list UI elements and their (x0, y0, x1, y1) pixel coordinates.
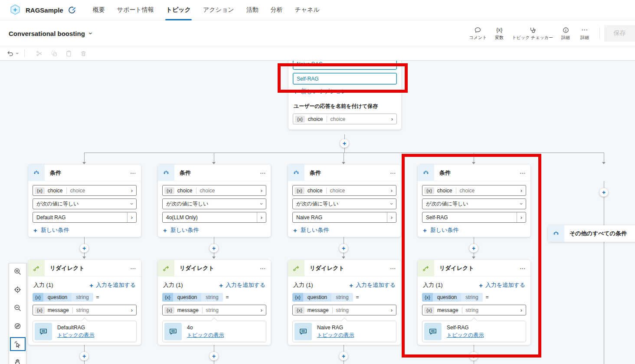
add-node-button[interactable]: + (339, 352, 348, 361)
view-topic-link[interactable]: トピックの表示 (447, 332, 484, 339)
target-topic-card[interactable]: 4o トピックの表示 (162, 321, 266, 342)
condition-value-field[interactable]: Self-RAG › (422, 212, 526, 223)
node-more-button[interactable]: ⋯ (520, 169, 526, 176)
undo-button[interactable] (5, 49, 15, 58)
condition-variable-field[interactable]: {x} choice choice › (33, 185, 137, 196)
node-more-button[interactable]: ⋯ (520, 265, 526, 272)
undo-chevron-icon[interactable]: › (14, 52, 20, 54)
chevron-right-icon: › (128, 305, 136, 315)
other-conditions-node[interactable]: その他のすべての条件 (548, 225, 635, 242)
connector-line (344, 153, 344, 162)
condition-variable-field[interactable]: {x} choice choice › (162, 185, 266, 196)
tab-overview[interactable]: 概要 (87, 0, 111, 20)
redirect-node[interactable]: リダイレクト ⋯ 入力 (1) + 入力を追加する {x} question s… (158, 260, 271, 345)
add-input-button[interactable]: + 入力を追加する (89, 281, 136, 289)
zoom-out-button[interactable] (13, 303, 23, 312)
cut-button[interactable] (34, 49, 44, 58)
operator-dropdown[interactable]: が次の値に等しい › (162, 198, 266, 209)
condition-value-field[interactable]: Naive RAG › (292, 212, 396, 223)
condition-node[interactable]: 条件 ⋯ {x} choice choice › が次の値に等しい › Naiv… (288, 165, 401, 237)
add-node-button[interactable]: + (340, 139, 349, 148)
add-node-button[interactable]: + (209, 352, 218, 361)
new-condition-button[interactable]: + 新しい条件 (33, 226, 137, 234)
tab-channels[interactable]: チャネル (289, 0, 326, 20)
variables-button[interactable]: {x} 変数 (490, 22, 509, 45)
chevron-down-icon: › (518, 203, 524, 205)
select-tool-button[interactable] (13, 340, 23, 348)
question-node[interactable]: Naive RAG Self-RAG + 新しいオプション ユーザーの応答を名前… (288, 61, 401, 130)
topic-checker-button[interactable]: トピック チェッカー (509, 22, 556, 45)
condition-variable-field[interactable]: {x} choice choice › (422, 185, 526, 196)
add-input-button[interactable]: + 入力を追加する (219, 281, 265, 289)
condition-node[interactable]: 条件 ⋯ {x} choice choice › が次の値に等しい › 4o(L… (158, 165, 271, 237)
message-variable-field[interactable]: {x} message string › (292, 305, 396, 315)
node-more-button[interactable]: ⋯ (260, 265, 266, 272)
message-variable-field[interactable]: {x} message string › (33, 305, 137, 315)
question-input-pill[interactable]: {x} question string = (292, 293, 396, 302)
redirect-node[interactable]: リダイレクト ⋯ 入力 (1) + 入力を追加する {x} question s… (28, 260, 141, 345)
condition-node[interactable]: 条件 ⋯ {x} choice choice › が次の値に等しい › Self… (418, 165, 530, 237)
message-variable-field[interactable]: {x} message string › (422, 305, 526, 315)
add-input-button[interactable]: + 入力を追加する (479, 281, 525, 289)
node-more-button[interactable]: ⋯ (130, 265, 137, 272)
new-condition-button[interactable]: + 新しい条件 (293, 226, 396, 234)
add-node-button[interactable]: + (339, 244, 348, 253)
question-input-pill[interactable]: {x} question string = (162, 293, 266, 302)
compass-icon[interactable] (13, 322, 23, 330)
new-condition-button[interactable]: + 新しい条件 (423, 226, 526, 234)
redirect-node[interactable]: リダイレクト ⋯ 入力 (1) + 入力を追加する {x} question s… (418, 260, 530, 345)
option-input-self-rag[interactable]: Self-RAG (293, 73, 397, 84)
node-more-button[interactable]: ⋯ (260, 169, 266, 176)
view-topic-link[interactable]: トピックの表示 (187, 332, 224, 339)
view-topic-link[interactable]: トピックの表示 (57, 332, 94, 339)
authoring-canvas[interactable]: Naive RAG Self-RAG + 新しいオプション ユーザーの応答を名前… (0, 61, 635, 364)
target-topic-card[interactable]: DefaultRAG トピックの表示 (33, 321, 137, 342)
question-input-pill[interactable]: {x} question string = (422, 293, 526, 302)
choice-variable-field[interactable]: {x} choice choice › (293, 114, 397, 124)
redirect-node[interactable]: リダイレクト ⋯ 入力 (1) + 入力を追加する {x} question s… (288, 260, 401, 345)
new-condition-button[interactable]: + 新しい条件 (163, 226, 266, 234)
comment-button[interactable]: コメント (466, 22, 490, 45)
question-input-pill[interactable]: {x} question string = (33, 293, 137, 302)
tab-actions[interactable]: アクション (197, 0, 240, 20)
target-topic-card[interactable]: Naive RAG トピックの表示 (292, 321, 396, 342)
pan-hand-button[interactable] (13, 358, 23, 364)
new-option-button[interactable]: + 新しいオプション (294, 88, 397, 95)
add-node-button[interactable]: + (469, 352, 478, 361)
condition-value-field[interactable]: Default RAG › (33, 212, 137, 223)
condition-node[interactable]: 条件 ⋯ {x} choice choice › が次の値に等しい › Defa… (28, 165, 141, 237)
operator-dropdown[interactable]: が次の値に等しい › (422, 198, 526, 209)
more-details-button[interactable]: ⋯ 詳細 (575, 22, 594, 45)
condition-variable-field[interactable]: {x} choice choice › (292, 185, 396, 196)
center-canvas-button[interactable] (13, 285, 23, 294)
add-node-button[interactable]: + (80, 244, 88, 253)
message-variable-field[interactable]: {x} message string › (162, 305, 266, 315)
add-input-button[interactable]: + 入力を追加する (349, 281, 396, 289)
target-topic-card[interactable]: Self-RAG トピックの表示 (422, 321, 526, 342)
tab-activity[interactable]: 活動 (240, 0, 265, 20)
node-more-button[interactable]: ⋯ (130, 169, 137, 176)
tab-topics[interactable]: トピック (160, 0, 197, 20)
copy-button[interactable] (49, 49, 59, 58)
save-button[interactable]: 保存 (604, 25, 635, 42)
paste-button[interactable] (64, 49, 73, 58)
operator-dropdown[interactable]: が次の値に等しい › (292, 198, 396, 209)
condition-branch-icon (548, 225, 564, 242)
details-info-button[interactable]: 詳細 (556, 22, 575, 45)
tab-support[interactable]: サポート情報 (111, 0, 160, 20)
add-node-button[interactable]: + (469, 244, 478, 253)
add-node-button[interactable]: + (209, 244, 218, 253)
topic-selector[interactable]: Conversational boosting › (9, 20, 92, 46)
operator-dropdown[interactable]: が次の値に等しい › (33, 198, 137, 209)
tab-analytics[interactable]: 分析 (265, 0, 289, 20)
node-more-button[interactable]: ⋯ (390, 265, 396, 272)
node-more-button[interactable]: ⋯ (390, 169, 396, 176)
option-input-naive-rag[interactable]: Naive RAG (293, 61, 397, 70)
topic-title: Conversational boosting (9, 30, 85, 37)
view-topic-link[interactable]: トピックの表示 (317, 332, 354, 339)
condition-value-field[interactable]: 4o(LLM Only) › (162, 212, 266, 223)
add-node-button[interactable]: + (80, 352, 88, 361)
zoom-in-button[interactable] (13, 267, 23, 276)
delete-button[interactable] (79, 49, 88, 58)
add-node-button[interactable]: + (599, 188, 608, 197)
